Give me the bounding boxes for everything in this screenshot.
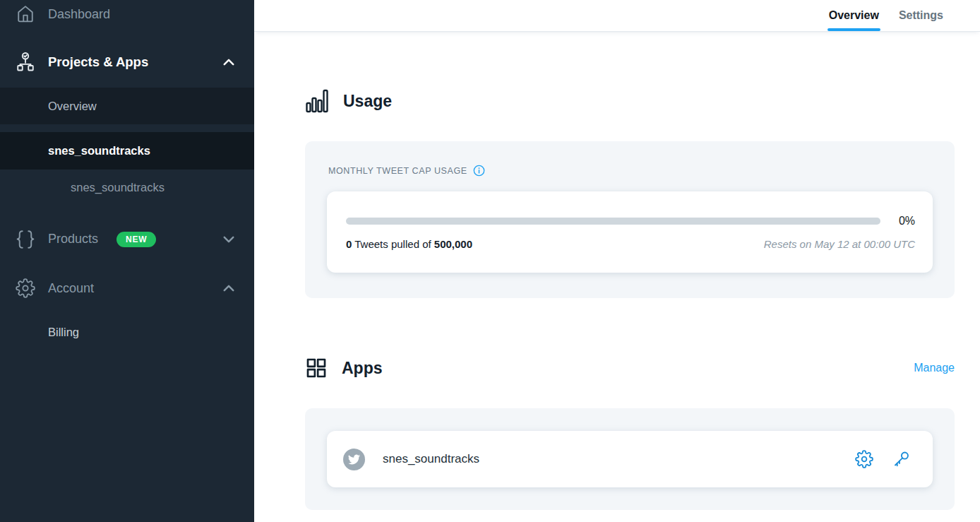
braces-icon xyxy=(14,229,37,250)
home-icon xyxy=(14,5,37,23)
new-badge: NEW xyxy=(116,232,156,247)
tab-overview[interactable]: Overview xyxy=(827,0,880,31)
info-icon[interactable] xyxy=(473,165,485,177)
usage-card-label-row: MONTHLY TWEET CAP USAGE xyxy=(327,165,933,177)
usage-section-header: Usage xyxy=(305,87,955,115)
developer-portal: Dashboard Projects & Apps Overview xyxy=(0,0,980,522)
sidebar-item-dashboard[interactable]: Dashboard xyxy=(0,0,254,28)
sidebar-item-label: snes_soundtracks xyxy=(0,181,165,194)
main-content: Overview Settings Usage MONTHLY TWEET CA… xyxy=(254,0,980,522)
app-keys-icon[interactable] xyxy=(892,450,910,468)
sidebar: Dashboard Projects & Apps Overview xyxy=(0,0,254,522)
app-actions xyxy=(855,450,910,468)
manage-apps-link[interactable]: Manage xyxy=(914,362,955,374)
chevron-down-icon xyxy=(222,232,236,247)
tweet-cap-value: 500,000 xyxy=(434,238,472,250)
usage-section-title: Usage xyxy=(343,92,392,111)
project-tree-icon xyxy=(14,52,37,73)
chevron-up-icon xyxy=(222,55,236,69)
tweets-pulled-count: 0 xyxy=(346,238,352,250)
sidebar-item-overview[interactable]: Overview xyxy=(0,88,254,124)
reset-date-note: Resets on May 12 at 00:00 UTC xyxy=(764,238,915,250)
usage-card-label: MONTHLY TWEET CAP USAGE xyxy=(328,166,467,176)
sidebar-item-billing[interactable]: Billing xyxy=(0,314,254,350)
gear-icon xyxy=(14,278,37,298)
tweet-cap-progress-bar xyxy=(346,218,880,225)
tweet-cap-usage-panel: 0% 0 Tweets pulled of 500,000 Resets on … xyxy=(327,191,933,273)
tweets-pulled-label: Tweets pulled of xyxy=(354,238,431,250)
usage-text-row: 0 Tweets pulled of 500,000 Resets on May… xyxy=(346,238,915,250)
twitter-app-avatar xyxy=(343,449,365,470)
app-list-item: snes_soundtracks xyxy=(327,431,933,487)
tabs: Overview Settings xyxy=(827,0,945,31)
chevron-up-icon xyxy=(222,281,236,295)
tab-settings[interactable]: Settings xyxy=(897,0,945,31)
sidebar-item-app-snes-soundtracks[interactable]: snes_soundtracks xyxy=(0,170,254,205)
apps-card: snes_soundtracks xyxy=(305,408,955,510)
progress-row: 0% xyxy=(346,215,915,227)
sidebar-item-products[interactable]: Products NEW xyxy=(0,220,254,259)
sidebar-item-label: Overview xyxy=(0,100,97,113)
usage-card: MONTHLY TWEET CAP USAGE 0% 0 xyxy=(305,141,955,298)
app-name: snes_soundtracks xyxy=(383,452,479,466)
sidebar-item-project-snes-soundtracks[interactable]: snes_soundtracks xyxy=(0,132,254,170)
sidebar-item-label: snes_soundtracks xyxy=(0,144,150,158)
page-tabs-bar: Overview Settings xyxy=(254,0,980,32)
progress-percent: 0% xyxy=(899,215,915,227)
sidebar-item-account[interactable]: Account xyxy=(0,269,254,307)
apps-section-title: Apps xyxy=(342,359,383,378)
apps-section-header: Apps Manage xyxy=(305,354,955,382)
sidebar-item-projects-apps[interactable]: Projects & Apps xyxy=(0,42,254,82)
apps-grid-icon xyxy=(305,357,328,379)
bar-chart-icon xyxy=(305,88,329,114)
sidebar-item-label: Billing xyxy=(0,326,79,339)
tweets-pulled-text: 0 Tweets pulled of 500,000 xyxy=(346,238,472,250)
app-settings-gear-icon[interactable] xyxy=(855,450,873,468)
